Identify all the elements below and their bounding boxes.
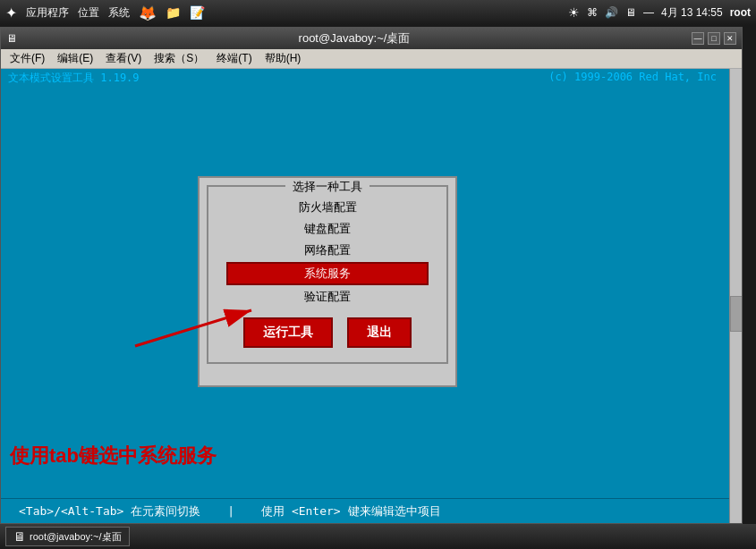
- scrollbar-right[interactable]: [729, 69, 742, 523]
- edit-icon: 📝: [190, 5, 205, 20]
- volume-icon: 🔊: [605, 6, 618, 19]
- menu-search[interactable]: 搜索（S）: [149, 49, 209, 68]
- run-tool-button[interactable]: 运行工具: [243, 317, 333, 348]
- bottom-taskbar-label: root@javaboy:~/桌面: [30, 530, 122, 544]
- maximize-button[interactable]: □: [708, 32, 720, 45]
- folder-icon: 📁: [166, 5, 181, 20]
- list-item-auth[interactable]: 验证配置: [226, 287, 429, 307]
- dialog-item-list: 防火墙配置 键盘配置 网络配置 系统服务 验证配置: [226, 198, 429, 307]
- window-titlebar: 🖥 root@Javaboy:~/桌面 — □ ✕: [1, 28, 742, 49]
- terminal-window: 🖥 root@Javaboy:~/桌面 — □ ✕ 文件(F) 编辑(E) 查看…: [0, 27, 743, 524]
- close-button[interactable]: ✕: [724, 32, 736, 45]
- tool-info-left: 文本模式设置工具 1.19.9: [8, 71, 140, 86]
- taskbar-right-section: ☀ ⌘ 🔊 🖥 — 4月 13 14:55 root: [568, 5, 751, 21]
- separator: |: [227, 504, 234, 518]
- network-icon: ⌘: [587, 6, 598, 19]
- terminal-taskbar-icon: 🖥: [13, 529, 26, 544]
- window-menu-bar: 文件(F) 编辑(E) 查看(V) 搜索（S） 终端(T) 帮助(H): [1, 49, 742, 69]
- top-taskbar: ✦ 应用程序 位置 系统 🦊 📁 📝 ☀ ⌘ 🔊 🖥 — 4月 13 14:55…: [0, 0, 756, 25]
- apps-icon: ✦: [5, 4, 17, 21]
- datetime-label: 4月 13 14:55: [661, 5, 723, 21]
- dialog-title: 选择一种工具: [293, 180, 362, 193]
- dialog-button-area: 运行工具 退出: [208, 317, 446, 348]
- apps-menu[interactable]: 应用程序: [26, 5, 69, 21]
- firefox-icon: 🦊: [139, 4, 157, 21]
- tab-hint: <Tab>/<Alt-Tab> 在元素间切换: [19, 503, 200, 519]
- window-title: root@Javaboy:~/桌面: [299, 30, 411, 46]
- bottom-taskbar-item[interactable]: 🖥 root@javaboy:~/桌面: [5, 527, 130, 546]
- enter-hint: 使用 <Enter> 键来编辑选中项目: [261, 503, 440, 519]
- annotation-text: 使用tab键选中系统服务: [10, 443, 217, 469]
- list-item-network[interactable]: 网络配置: [226, 241, 429, 260]
- tool-selection-dialog: 选择一种工具 防火墙配置 键盘配置 网络配置 系统服务 验证配置 运行工具 退出: [198, 176, 457, 387]
- status-bar: <Tab>/<Alt-Tab> 在元素间切换 | 使用 <Enter> 键来编辑…: [1, 498, 729, 523]
- terminal-content-area: 文本模式设置工具 1.19.9 (c) 1999-2006 Red Hat, I…: [1, 69, 742, 523]
- window-controls: — □ ✕: [692, 32, 736, 45]
- user-label: root: [730, 6, 751, 19]
- minimize-button[interactable]: —: [692, 32, 704, 45]
- tool-info-right: (c) 1999-2006 Red Hat, Inc: [548, 71, 735, 86]
- menu-help[interactable]: 帮助(H): [259, 49, 307, 68]
- list-item-firewall[interactable]: 防火墙配置: [226, 198, 429, 217]
- quit-button[interactable]: 退出: [347, 317, 412, 348]
- menu-edit[interactable]: 编辑(E): [52, 49, 98, 68]
- bottom-taskbar: 🖥 root@javaboy:~/桌面: [0, 524, 756, 549]
- system-menu[interactable]: 系统: [108, 5, 130, 21]
- location-menu[interactable]: 位置: [78, 5, 99, 21]
- scrollbar-thumb[interactable]: [730, 296, 742, 332]
- list-item-keyboard[interactable]: 键盘配置: [226, 219, 429, 239]
- list-item-sysservice[interactable]: 系统服务: [226, 262, 429, 285]
- menu-file[interactable]: 文件(F): [4, 49, 50, 68]
- terminal-info-bar: 文本模式设置工具 1.19.9 (c) 1999-2006 Red Hat, I…: [1, 69, 742, 88]
- display-icon: 🖥: [625, 6, 636, 19]
- dash-label: —: [643, 6, 654, 19]
- taskbar-left-section: ✦ 应用程序 位置 系统 🦊 📁 📝: [5, 4, 205, 21]
- sun-icon: ☀: [568, 5, 580, 20]
- menu-view[interactable]: 查看(V): [100, 49, 147, 68]
- menu-terminal[interactable]: 终端(T): [211, 49, 257, 68]
- window-icon: 🖥: [6, 32, 17, 45]
